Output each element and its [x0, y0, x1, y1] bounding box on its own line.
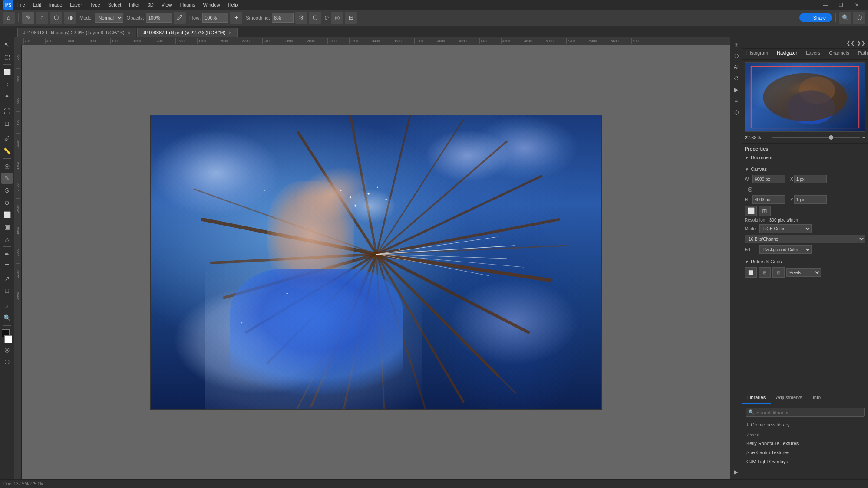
- menu-window[interactable]: Window: [200, 1, 224, 8]
- tab-navigator[interactable]: Navigator: [772, 49, 802, 59]
- airbrush-toggle[interactable]: ✦: [230, 12, 242, 24]
- crop-tool[interactable]: ⛶: [1, 106, 13, 117]
- lasso-tool[interactable]: ⌇: [1, 79, 13, 90]
- flow-input[interactable]: [202, 13, 228, 23]
- brush-tool[interactable]: ✎: [1, 173, 13, 184]
- brush-mode-hardness[interactable]: ◑: [64, 12, 76, 24]
- restore-button[interactable]: ❐: [833, 0, 849, 10]
- ruler-icon2[interactable]: ⊞: [759, 267, 771, 278]
- smoothing-options[interactable]: ⚙: [295, 12, 307, 24]
- share-button[interactable]: 👤 Share: [799, 13, 832, 22]
- background-color[interactable]: [4, 335, 12, 343]
- hand-tool[interactable]: ☞: [1, 300, 13, 311]
- eraser-tool[interactable]: ⬜: [1, 209, 13, 220]
- artboard-tool[interactable]: ⬚: [1, 51, 13, 62]
- create-library-button[interactable]: + Create new library: [746, 420, 865, 429]
- panel-icon-properties2[interactable]: ≡: [732, 96, 741, 106]
- ruler-icon1[interactable]: ⬜: [745, 267, 757, 278]
- tab-channels[interactable]: Channels: [825, 49, 853, 59]
- brush-preset[interactable]: ✎: [22, 12, 34, 24]
- tab-info[interactable]: Info: [808, 393, 826, 404]
- opacity-input[interactable]: [146, 13, 172, 23]
- move-tool[interactable]: ↖: [1, 39, 13, 50]
- canvas-viewport[interactable]: ✦ ✦ ★ ✦ ✦ ✦ ✦ ✦ ★ ★: [22, 45, 730, 479]
- canvas-size-icon1[interactable]: ⬜: [745, 206, 757, 216]
- rulers-unit-select[interactable]: Pixels: [786, 268, 821, 277]
- search-button[interactable]: 🔍: [839, 12, 851, 24]
- clone-stamp-tool[interactable]: S: [1, 185, 13, 196]
- angle-options[interactable]: ⬡: [309, 12, 321, 24]
- library-item-2[interactable]: CJM Light Overlays: [746, 457, 865, 466]
- menu-3d[interactable]: 3D: [144, 1, 157, 8]
- tab-layers[interactable]: Layers: [802, 49, 825, 59]
- width-input[interactable]: [752, 175, 785, 183]
- canvas-document[interactable]: ✦ ✦ ★ ✦ ✦ ✦ ✦ ✦ ★ ★: [150, 115, 602, 410]
- ruler-tool[interactable]: 📏: [1, 145, 13, 157]
- close-button[interactable]: ✕: [849, 0, 865, 10]
- history-brush-tool[interactable]: ⊕: [1, 197, 13, 208]
- tab-1[interactable]: JP108913-Edit.psd @ 22.9% (Layer 8, RGB/…: [17, 28, 136, 37]
- frame-tool[interactable]: ⊡: [1, 118, 13, 129]
- rulers-header[interactable]: ▼ Rulers & Grids: [745, 258, 865, 265]
- tab-2-close[interactable]: ✕: [228, 30, 232, 35]
- color-swatches[interactable]: [1, 329, 13, 343]
- menu-view[interactable]: View: [158, 1, 175, 8]
- quick-mask-toggle[interactable]: ◎: [1, 344, 13, 355]
- tab-1-close[interactable]: ✕: [127, 30, 131, 35]
- menu-layer[interactable]: Layer: [66, 1, 86, 8]
- x-input[interactable]: [794, 175, 827, 183]
- link-dimensions-icon[interactable]: ⊗: [747, 185, 753, 193]
- zoom-slider[interactable]: [772, 137, 860, 138]
- panel-icon-history[interactable]: ⏱: [732, 74, 741, 83]
- zoom-slider-thumb[interactable]: [829, 135, 833, 140]
- healing-brush-tool[interactable]: ◎: [1, 160, 13, 172]
- mode-select[interactable]: RGB Color: [759, 224, 812, 233]
- menu-filter[interactable]: Filter: [125, 1, 143, 8]
- quick-select-tool[interactable]: ✦: [1, 91, 13, 102]
- brush-picker[interactable]: ○: [36, 12, 48, 24]
- smoothing-input[interactable]: [272, 13, 294, 23]
- canvas-header[interactable]: ▼ Canvas: [745, 166, 865, 173]
- panel-icon-expand[interactable]: ⊞: [732, 40, 741, 49]
- panel-icon-learning[interactable]: ▶: [732, 85, 741, 95]
- zoom-tool[interactable]: 🔍: [1, 312, 13, 324]
- library-item-1[interactable]: Sue Cantin Textures: [746, 448, 865, 457]
- pen-tool[interactable]: ✒: [1, 249, 13, 260]
- library-item-0[interactable]: Kelly Robotaille Textures: [746, 439, 865, 448]
- symmtery-toggle[interactable]: ⊞: [345, 12, 357, 24]
- minimize-button[interactable]: —: [818, 0, 833, 10]
- mode-select[interactable]: Normal: [95, 13, 123, 23]
- navigator-thumbnail[interactable]: [745, 62, 865, 132]
- tab-histogram[interactable]: Histogram: [742, 49, 772, 59]
- panel-icon-play[interactable]: ▶: [732, 467, 741, 477]
- canvas-size-icon2[interactable]: ⊞: [759, 206, 771, 216]
- pressure-toggle[interactable]: ◎: [331, 12, 343, 24]
- height-input[interactable]: [752, 195, 785, 204]
- ruler-icon3[interactable]: ⊡: [772, 267, 785, 278]
- workspace-button[interactable]: ⬡: [853, 12, 865, 24]
- menu-edit[interactable]: Edit: [30, 1, 45, 8]
- menu-file[interactable]: File: [14, 1, 29, 8]
- type-tool[interactable]: T: [1, 261, 13, 272]
- library-search[interactable]: 🔍: [746, 408, 865, 417]
- menu-type[interactable]: Type: [86, 1, 104, 8]
- tab-libraries[interactable]: Libraries: [742, 393, 771, 404]
- gradient-tool[interactable]: ▣: [1, 221, 13, 233]
- fill-select[interactable]: Background Color: [759, 245, 812, 254]
- panel-icon-ai[interactable]: AI: [732, 62, 741, 72]
- bit-depth-select[interactable]: 16 Bits/Channel: [745, 235, 865, 243]
- panel-icon-actions[interactable]: ⬡: [732, 108, 741, 117]
- rectangular-marquee-tool[interactable]: ⬜: [1, 66, 13, 78]
- path-select-tool[interactable]: ↗: [1, 273, 13, 284]
- y-input[interactable]: [794, 195, 827, 204]
- blur-tool[interactable]: ◬: [1, 233, 13, 245]
- app-icon[interactable]: Ps: [3, 0, 13, 10]
- document-header[interactable]: ▼ Document: [745, 154, 865, 161]
- collapse-panel-icon[interactable]: ❮❮: [846, 39, 855, 47]
- eyedropper-tool[interactable]: 🖊: [1, 133, 13, 144]
- library-search-input[interactable]: [756, 410, 861, 415]
- home-button[interactable]: ⌂: [3, 12, 15, 24]
- tab-adjustments[interactable]: Adjustments: [771, 393, 808, 404]
- panel-icon-collapse[interactable]: ⬡: [732, 51, 741, 61]
- screen-mode[interactable]: ⬡: [1, 356, 13, 367]
